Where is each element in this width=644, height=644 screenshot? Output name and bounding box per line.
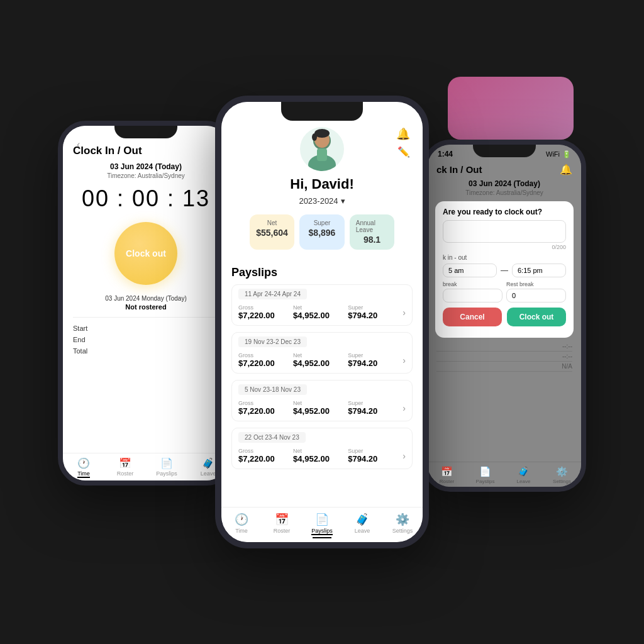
end-time-field[interactable]: 6:15 pm bbox=[512, 264, 566, 277]
clock-out-confirm-button[interactable]: Clock out bbox=[507, 308, 566, 326]
year-selector[interactable]: 2023-2024 ▾ bbox=[299, 196, 345, 206]
right-payslips-icon: 📄 bbox=[479, 466, 491, 477]
payslips-section: Payslips 11 Apr 24-24 Apr 24 Gross $7,22… bbox=[221, 266, 423, 507]
left-bottom-nav: 🕐 Time 📅 Roster 📄 Payslips 🧳 Leave bbox=[63, 453, 229, 480]
clock-out-label: Clock out bbox=[126, 248, 166, 258]
left-nav-leave-label: Leave bbox=[201, 470, 216, 477]
clock-out-card: Are you ready to clock out? 0/200 k in -… bbox=[435, 201, 574, 338]
left-not-rostered: Not rostered bbox=[125, 303, 166, 311]
unpaid-break-label: break bbox=[443, 281, 502, 287]
net-card: Net $55,604 bbox=[250, 214, 295, 250]
payslips-icon: 📄 bbox=[160, 457, 173, 469]
action-buttons: Cancel Clock out bbox=[443, 308, 566, 326]
left-notch bbox=[114, 126, 177, 138]
right-stat-0: --:-- bbox=[436, 341, 572, 352]
battery-icon: 🔋 bbox=[562, 150, 571, 158]
right-status-time: 1:44 bbox=[438, 150, 453, 158]
right-leave-icon: 🧳 bbox=[518, 466, 530, 477]
scene: ‹ Clock In / Out 03 Jun 2024 (Today) Tim… bbox=[39, 39, 605, 605]
stat-total-label: Total bbox=[73, 347, 87, 355]
cancel-button[interactable]: Cancel bbox=[443, 308, 502, 326]
left-date: 03 Jun 2024 (Today) bbox=[110, 162, 182, 171]
super-card-title: Super bbox=[314, 219, 331, 226]
right-stat-1: --:-- bbox=[436, 352, 572, 362]
center-nav-roster-label: Roster bbox=[274, 528, 291, 534]
left-timer: 00 : 00 : 13 bbox=[82, 186, 210, 212]
right-title: ck In / Out bbox=[436, 164, 482, 175]
center-nav-leave[interactable]: 🧳 Leave bbox=[342, 513, 382, 538]
right-nav-settings-label: Settings bbox=[553, 479, 571, 484]
left-nav-payslips-label: Payslips bbox=[156, 470, 177, 477]
payslip-row-1: Gross $7,220.00 Net $4,952.00 Super $794… bbox=[232, 350, 412, 373]
left-nav-roster-label: Roster bbox=[117, 470, 134, 477]
payslip-row-2: Gross $7,220.00 Net $4,952.00 Super $794… bbox=[232, 397, 412, 421]
payslip-arrow-0: › bbox=[402, 308, 406, 318]
center-nav-payslips[interactable]: 📄 Payslips bbox=[302, 513, 342, 538]
center-roster-icon: 📅 bbox=[275, 513, 289, 526]
right-phone: 1:44 WiFi 🔋 ck In / Out 🔔 03 Jun 2024 (T… bbox=[423, 140, 586, 492]
center-phone: 🔔 ✏️ Hi, Davi bbox=[215, 96, 429, 548]
svg-point-5 bbox=[312, 133, 317, 141]
leave-icon: 🧳 bbox=[202, 457, 214, 469]
left-nav-time[interactable]: 🕐 Time bbox=[63, 457, 104, 478]
right-settings-icon: ⚙️ bbox=[556, 466, 568, 477]
right-nav-leave-label: Leave bbox=[517, 479, 531, 484]
stat-end: End bbox=[73, 334, 219, 345]
start-time-field[interactable]: 5 am bbox=[443, 264, 497, 277]
payslip-date-2: 5 Nov 23-18 Nov 23 bbox=[238, 384, 307, 395]
stat-end-label: End bbox=[73, 336, 86, 343]
payslip-super-0: Super $794.20 bbox=[348, 304, 400, 320]
center-nav-settings[interactable]: ⚙️ Settings bbox=[382, 513, 423, 538]
left-nav-time-label: Time bbox=[77, 470, 90, 478]
right-nav-roster[interactable]: 📅 Roster bbox=[428, 466, 466, 484]
right-nav-settings[interactable]: ⚙️ Settings bbox=[543, 466, 581, 484]
payslip-date-3: 22 Oct 23-4 Nov 23 bbox=[238, 432, 306, 443]
payslip-date-0: 11 Apr 24-24 Apr 24 bbox=[238, 289, 307, 299]
left-nav-roster[interactable]: 📅 Roster bbox=[104, 457, 146, 478]
center-nav-settings-label: Settings bbox=[392, 528, 413, 534]
payslip-date-1: 19 Nov 23-2 Dec 23 bbox=[238, 336, 307, 347]
right-nav-leave[interactable]: 🧳 Leave bbox=[504, 466, 543, 484]
edit-icon[interactable]: ✏️ bbox=[397, 146, 410, 158]
payslip-arrow-3: › bbox=[402, 451, 406, 461]
right-notch bbox=[473, 145, 536, 157]
right-roster-icon: 📅 bbox=[441, 466, 453, 477]
left-stats: Start End Total bbox=[73, 317, 219, 357]
clock-out-notes[interactable] bbox=[443, 220, 566, 243]
end-time-value: 6:15 pm bbox=[518, 267, 543, 274]
unpaid-break-input[interactable] bbox=[443, 289, 502, 303]
left-phone: ‹ Clock In / Out 03 Jun 2024 (Today) Tim… bbox=[58, 121, 234, 486]
net-card-title: Net bbox=[267, 219, 277, 226]
break-fields: break Rest break bbox=[443, 281, 566, 303]
right-bell-icon[interactable]: 🔔 bbox=[560, 164, 572, 175]
payslip-item-0[interactable]: 11 Apr 24-24 Apr 24 Gross $7,220.00 Net … bbox=[231, 284, 413, 326]
left-nav-payslips[interactable]: 📄 Payslips bbox=[146, 457, 187, 478]
payslip-item-3[interactable]: 22 Oct 23-4 Nov 23 Gross $7,220.00 Net $… bbox=[231, 428, 413, 469]
stat-start-label: Start bbox=[73, 325, 87, 332]
left-chevron-icon[interactable]: ‹ bbox=[77, 139, 80, 150]
center-nav-time-label: Time bbox=[235, 528, 248, 534]
leave-card-title: Annual Leave bbox=[356, 219, 389, 233]
clock-out-card-title: Are you ready to clock out? bbox=[443, 208, 566, 216]
wifi-icon: WiFi bbox=[546, 150, 560, 158]
rest-break-col: Rest break bbox=[506, 281, 566, 303]
center-nav-leave-label: Leave bbox=[355, 528, 370, 534]
start-time-value: 5 am bbox=[448, 267, 464, 274]
bell-icon[interactable]: 🔔 bbox=[396, 127, 410, 141]
right-nav-payslips-label: Payslips bbox=[476, 479, 495, 484]
rest-break-input[interactable] bbox=[506, 289, 566, 303]
unpaid-break-col: break bbox=[443, 281, 502, 303]
center-settings-icon: ⚙️ bbox=[396, 513, 409, 526]
center-nav-roster[interactable]: 📅 Roster bbox=[262, 513, 302, 538]
stat-total: Total bbox=[73, 345, 219, 357]
right-stat-2: N/A bbox=[436, 362, 572, 372]
center-nav-time[interactable]: 🕐 Time bbox=[221, 513, 262, 538]
clock-out-button[interactable]: Clock out bbox=[114, 222, 177, 285]
right-nav-payslips[interactable]: 📄 Payslips bbox=[466, 466, 504, 484]
avatar bbox=[300, 127, 344, 171]
payslips-title: Payslips bbox=[231, 266, 413, 279]
payslip-item-2[interactable]: 5 Nov 23-18 Nov 23 Gross $7,220.00 Net $… bbox=[231, 380, 413, 421]
center-screen: 🔔 ✏️ Hi, Davi bbox=[221, 102, 423, 542]
payslip-row-0: Gross $7,220.00 Net $4,952.00 Super $794… bbox=[232, 302, 412, 325]
payslip-item-1[interactable]: 19 Nov 23-2 Dec 23 Gross $7,220.00 Net $… bbox=[231, 332, 413, 374]
